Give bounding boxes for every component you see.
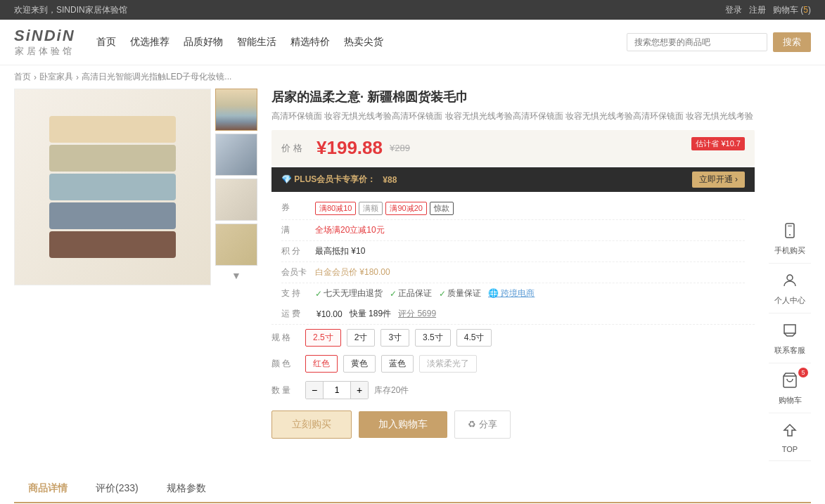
main-nav: 首页 优选推荐 品质好物 智能生活 精选特价 热卖尖货 [96,36,383,49]
logo-text-top: SiNDiN [14,27,75,45]
thumb-scroll-down[interactable]: ▼ [215,269,257,283]
nav-item-hot[interactable]: 热卖尖货 [344,36,383,49]
nav-item-quality[interactable]: 品质好物 [184,36,223,49]
price-box: 价 格 ¥199.88 ¥289 估计省 ¥10.7 [271,130,755,166]
cart-icon [781,372,798,392]
quantity-increase-button[interactable]: + [351,382,368,399]
color-btn-yellow[interactable]: 黄色 [343,355,376,373]
delivery-rating[interactable]: 评分 5699 [398,308,436,320]
nav-item-smart[interactable]: 智能生活 [237,36,276,49]
service-icon [781,322,798,342]
action-buttons: 立刻购买 加入购物车 ♻ 分享 [271,403,755,446]
right-sidebar: 手机购买 个人中心 联系客服 [769,89,811,461]
towel-stack [49,116,176,258]
top-bar-actions: 登录 注册 购物车 (5) [725,4,811,16]
size-btn-2-5[interactable]: 2.5寸 [305,329,341,347]
sidebar-item-cart[interactable]: 5 购物车 [769,365,811,413]
nav-item-home[interactable]: 首页 [96,36,116,49]
product-info: 居家的温柔之意· 新疆棉圆货装毛巾 高清环保镜面 妆容无惧光线考验高清环保镜面 … [271,89,755,461]
tag-3: 满90减20 [385,202,426,215]
thumb-3[interactable] [215,179,257,221]
quantity-row: 数 量 − + 库存20件 [271,377,755,403]
logo-text-bottom: 家居体验馆 [15,45,75,58]
delivery-row: 运 费 ¥10.00 快量 189件 评分 5699 [271,304,755,325]
search-area: 搜索 [627,32,811,52]
sidebar-label-mobile: 手机购买 [774,245,805,256]
towel-2 [49,145,176,172]
member-row: 会员卡 白金会员价 ¥180.00 [281,262,745,283]
sidebar-label-top: TOP [782,445,798,453]
add-to-cart-button[interactable]: 加入购物车 [359,411,447,438]
breadcrumb-home[interactable]: 首页 [14,71,31,83]
quantity-key: 数 量 [271,385,300,396]
top-icon [781,422,798,442]
sidebar-item-mobile[interactable]: 手机购买 [769,215,811,264]
points-val: 最高抵扣 ¥10 [315,245,745,257]
towel-1 [49,116,176,143]
size-key: 规 格 [271,332,300,344]
tab-specs[interactable]: 规格参数 [153,475,220,502]
color-btn-blue[interactable]: 蓝色 [381,355,414,373]
main-product-image [14,89,211,285]
search-button[interactable]: 搜索 [773,32,811,52]
quantity-input[interactable] [323,382,351,399]
towel-3 [49,174,176,200]
plus-banner: 💎 PLUS会员卡专享价： ¥88 立即开通 › [271,167,755,192]
share-button[interactable]: ♻ 分享 [454,411,511,439]
sidebar-label-cart: 购物车 [779,395,802,406]
breadcrumb-category[interactable]: 卧室家具 [39,71,73,83]
header: SiNDiN 家居体验馆 首页 优选推荐 品质好物 智能生活 精选特价 热卖尖货… [0,20,825,65]
price-original: ¥289 [390,143,410,153]
info-table: 券 满80减10 满额 满90减20 惊款 满 全场满20立减10元 积 分 最… [271,192,755,304]
cart-link[interactable]: 购物车 (5) [773,4,811,16]
profile-icon [781,272,798,292]
product-description: 高清环保镜面 妆容无惧光线考验高清环保镜面 妆容无惧光线考验高清环保镜面 妆容无… [271,110,755,123]
tag-2: 满额 [359,202,383,215]
support-genuine: ✓ 正品保证 [390,287,432,299]
login-link[interactable]: 登录 [725,4,742,16]
cart-badge: 5 [798,368,808,377]
register-link[interactable]: 注册 [749,4,766,16]
thumb-1[interactable] [215,89,257,131]
stock-info: 库存20件 [374,385,409,396]
quantity-decrease-button[interactable]: − [306,382,323,399]
logo[interactable]: SiNDiN 家居体验馆 [14,27,75,58]
color-selector-row: 颜 色 红色 黄色 蓝色 淡紫柔光了 [271,351,755,377]
size-selector-row: 规 格 2.5寸 2寸 3寸 3.5寸 4.5寸 [271,325,755,351]
size-btn-4-5[interactable]: 4.5寸 [456,329,492,347]
breadcrumb-current: 高清日光智能调光指触LED子母化妆镜... [82,71,231,83]
discount-row: 满 全场满20立减10元 [281,220,745,241]
towel-4 [49,202,176,229]
member-key: 会员卡 [281,266,309,278]
buy-now-button[interactable]: 立刻购买 [271,411,352,439]
thumbnail-list: ▼ [215,89,257,461]
nav-item-recommended[interactable]: 优选推荐 [130,36,170,49]
size-btn-3-5[interactable]: 3.5寸 [415,329,451,347]
thumb-2[interactable] [215,134,257,176]
size-btn-2[interactable]: 2寸 [347,329,376,347]
main-content: ▼ 居家的温柔之意· 新疆棉圆货装毛巾 高清环保镜面 妆容无惧光线考验高清环保镜… [0,89,825,475]
tab-details[interactable]: 商品详情 [14,475,82,503]
welcome-text: 欢迎来到，SINDIN家居体验馆 [14,4,127,16]
points-key: 积 分 [281,245,309,257]
svg-point-1 [789,234,791,235]
sidebar-item-top[interactable]: TOP [769,415,811,461]
towel-5 [49,231,176,258]
sidebar-item-profile[interactable]: 个人中心 [769,265,811,314]
mobile-icon [781,222,798,243]
sidebar-item-service[interactable]: 联系客服 [769,315,811,363]
size-btn-3[interactable]: 3寸 [380,329,409,347]
coupon-key: 券 [281,202,309,214]
delivery-fast: 快量 189件 [350,308,391,320]
svg-point-3 [787,275,793,280]
tab-reviews[interactable]: 评价(233) [82,475,153,502]
support-cross-border[interactable]: 🌐 跨境电商 [488,287,535,299]
discount-key: 满 [281,224,309,236]
color-key: 颜 色 [271,358,300,370]
nav-item-special[interactable]: 精选特价 [290,36,330,49]
plus-open-button[interactable]: 立即开通 › [692,172,745,188]
color-btn-red[interactable]: 红色 [305,355,338,373]
delivery-fee: ¥10.00 [316,309,343,319]
thumb-4[interactable] [215,224,257,266]
search-input[interactable] [627,33,767,51]
